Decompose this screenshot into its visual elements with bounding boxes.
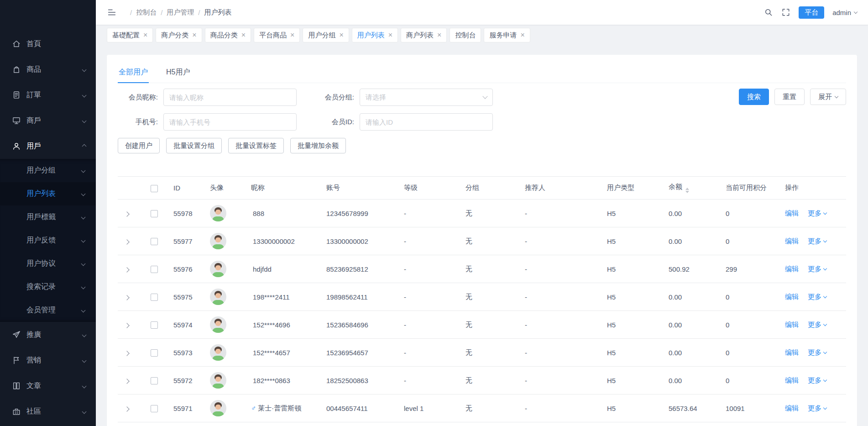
select-all-checkbox[interactable]: [151, 185, 158, 192]
referrer: -: [525, 210, 527, 217]
breadcrumb-item[interactable]: / 控制台: [126, 8, 157, 17]
close-icon[interactable]: ×: [520, 32, 524, 39]
row-checkbox[interactable]: [151, 238, 158, 245]
platform-badge[interactable]: 平台: [799, 6, 824, 19]
open-tab[interactable]: 商户列表 ×: [401, 28, 447, 42]
close-icon[interactable]: ×: [143, 32, 147, 39]
edit-link[interactable]: 编辑: [785, 348, 799, 357]
row-checkbox[interactable]: [151, 321, 158, 329]
more-link[interactable]: 更多: [808, 293, 826, 301]
tab[interactable]: H5用户: [165, 63, 191, 83]
close-icon[interactable]: ×: [437, 32, 441, 39]
sidebar-item-orders[interactable]: 訂單: [0, 82, 96, 108]
edit-link[interactable]: 编辑: [785, 293, 799, 301]
sidebar-item-promotion[interactable]: 推廣: [0, 322, 96, 347]
open-tab[interactable]: 商户分类 ×: [156, 28, 202, 42]
user-type: H5: [607, 265, 616, 273]
sidebar-subitem[interactable]: 用户分组: [0, 159, 96, 182]
row-checkbox[interactable]: [151, 210, 158, 217]
more-link[interactable]: 更多: [808, 404, 826, 413]
nickname-label: 会员昵称:: [118, 93, 163, 102]
expand-row-icon[interactable]: [124, 406, 129, 411]
level: -: [404, 265, 406, 273]
search-button[interactable]: 搜索: [739, 89, 769, 105]
open-tab[interactable]: 平台商品 ×: [254, 28, 300, 42]
sidebar-subitem[interactable]: 用戶標籤: [0, 205, 96, 229]
expand-row-icon[interactable]: [124, 295, 129, 300]
row-checkbox[interactable]: [151, 349, 158, 357]
sidebar-subitem[interactable]: 搜索记录: [0, 275, 96, 299]
row-checkbox[interactable]: [151, 377, 158, 384]
edit-link[interactable]: 编辑: [785, 237, 799, 246]
male-icon: ♂: [251, 404, 256, 412]
sidebar-item-community[interactable]: 社區: [0, 399, 96, 424]
points: 0: [726, 377, 729, 384]
expand-row-icon[interactable]: [124, 267, 129, 272]
expand-row-icon[interactable]: [124, 379, 129, 384]
sidebar-subitem[interactable]: 用户反馈: [0, 229, 96, 252]
open-tab[interactable]: 服务申请 ×: [484, 28, 530, 42]
sidebar-item-users[interactable]: 用戶: [0, 133, 96, 159]
table-header-row: ID 头像 昵称 账号 等级 分组 推荐人 用户类型 余额 当前可用积分: [118, 177, 846, 200]
expand-row-icon[interactable]: [124, 351, 129, 356]
more-link[interactable]: 更多: [808, 237, 826, 246]
open-tab[interactable]: 控制台 ×: [450, 28, 481, 42]
edit-link[interactable]: 编辑: [785, 376, 799, 385]
row-checkbox[interactable]: [151, 294, 158, 301]
sort-icons[interactable]: [685, 188, 689, 193]
group-select[interactable]: 请选择: [360, 89, 493, 106]
more-label: 更多: [808, 265, 821, 273]
more-link[interactable]: 更多: [808, 376, 826, 385]
user-menu[interactable]: admin: [832, 9, 857, 16]
action-button[interactable]: 创建用户: [118, 138, 160, 153]
expand-row-icon[interactable]: [124, 211, 129, 216]
close-icon[interactable]: ×: [339, 32, 343, 39]
tab[interactable]: 全部用户: [118, 63, 149, 83]
open-tab[interactable]: 用户分组 ×: [303, 28, 349, 42]
action-button[interactable]: 批量设置分组: [166, 138, 222, 153]
chevron-down-icon: [81, 285, 86, 289]
search-icon[interactable]: [764, 8, 773, 17]
nickname-input[interactable]: [163, 89, 297, 106]
expand-row-icon[interactable]: [124, 239, 129, 244]
expand-button[interactable]: 展开: [810, 89, 846, 105]
account: 15236954657: [326, 349, 368, 357]
action-button[interactable]: 批量增加余额: [290, 138, 346, 153]
edit-link[interactable]: 编辑: [785, 404, 799, 413]
edit-link[interactable]: 编辑: [785, 321, 799, 329]
more-link[interactable]: 更多: [808, 209, 826, 218]
more-link[interactable]: 更多: [808, 348, 826, 357]
sidebar-subitem[interactable]: 用户列表: [0, 182, 96, 205]
col-referrer: 推荐人: [518, 177, 600, 200]
action-button[interactable]: 批量设置标签: [228, 138, 284, 153]
close-icon[interactable]: ×: [388, 32, 392, 39]
sidebar-item-home[interactable]: 首頁: [0, 31, 96, 57]
expand-row-icon[interactable]: [124, 323, 129, 328]
reset-button[interactable]: 重置: [774, 89, 805, 105]
open-tab[interactable]: 商品分类 ×: [205, 28, 251, 42]
fullscreen-icon[interactable]: [781, 8, 790, 17]
close-icon[interactable]: ×: [192, 32, 196, 39]
sidebar-item-merchant[interactable]: 商戶: [0, 108, 96, 133]
breadcrumb-item[interactable]: / 用户列表: [194, 8, 231, 17]
menu-fold-icon[interactable]: [107, 7, 117, 17]
open-tab[interactable]: 基礎配置 ×: [107, 28, 153, 42]
phone-input[interactable]: [163, 113, 297, 131]
edit-link[interactable]: 编辑: [785, 265, 799, 273]
edit-link[interactable]: 编辑: [785, 209, 799, 218]
sidebar-item-articles[interactable]: 文章: [0, 373, 96, 399]
sidebar-item-goods[interactable]: 商品: [0, 57, 96, 82]
sidebar-item-marketing[interactable]: 营销: [0, 347, 96, 373]
row-checkbox[interactable]: [151, 405, 158, 412]
close-icon[interactable]: ×: [241, 32, 246, 39]
sidebar-subitem[interactable]: 用户协议: [0, 252, 96, 275]
more-link[interactable]: 更多: [808, 321, 826, 329]
breadcrumb-item[interactable]: / 用户管理: [157, 8, 194, 17]
member-id-input[interactable]: [360, 113, 493, 131]
sidebar-subitem[interactable]: 会员管理: [0, 299, 96, 322]
row-checkbox[interactable]: [151, 266, 158, 273]
close-icon[interactable]: ×: [290, 32, 294, 39]
more-link[interactable]: 更多: [808, 265, 826, 273]
open-tab[interactable]: 用户列表 ×: [352, 28, 398, 42]
username: admin: [832, 9, 851, 16]
